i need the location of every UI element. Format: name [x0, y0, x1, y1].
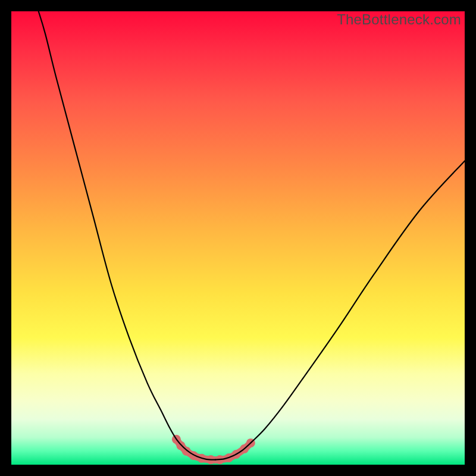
plot-area: TheBottleneck.com — [11, 11, 465, 465]
curve-layer — [11, 11, 465, 465]
right-curve — [215, 161, 465, 459]
left-curve — [39, 11, 215, 460]
chart-frame: TheBottleneck.com — [0, 0, 476, 476]
